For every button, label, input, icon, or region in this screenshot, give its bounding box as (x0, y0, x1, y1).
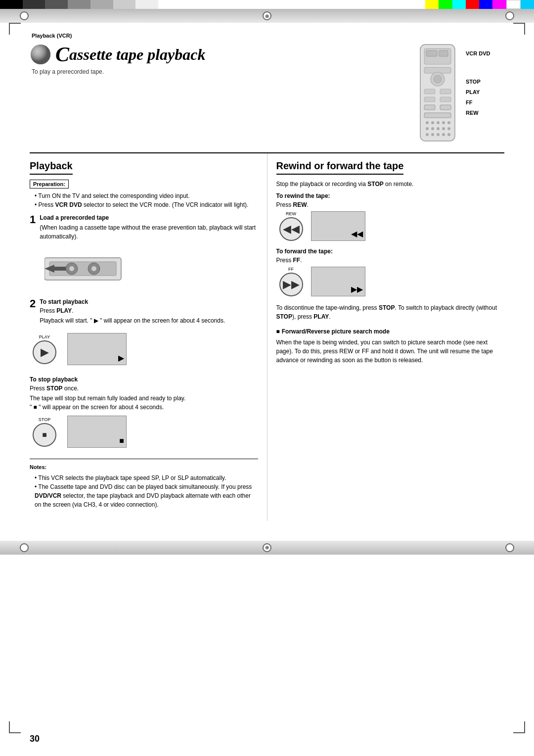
svg-point-27 (431, 133, 434, 136)
svg-point-16 (426, 121, 429, 124)
step1-desc: (When loading a cassette tape without th… (40, 223, 258, 241)
stop-icon-row: STOP ■ ■ (30, 416, 258, 448)
compass-center-bottom: ⊕ (263, 543, 271, 552)
play-screen-symbol: ▶ (118, 353, 124, 363)
svg-point-28 (437, 133, 440, 136)
rewind-heading: Rewind or forward the tape (276, 160, 404, 175)
forward-reverse-desc: When the tape is being winded, you can s… (276, 338, 505, 365)
color-light (68, 0, 90, 9)
prep-item-1: Turn ON the TV and select the correspond… (35, 191, 258, 200)
color-dark (23, 0, 45, 9)
playback-column: Playback Preparation: Turn ON the TV and… (30, 153, 267, 521)
color-black (0, 0, 23, 9)
discontinue-text: To discontinue the tape-winding, press S… (276, 303, 505, 321)
forward-reverse-title: Forward/Reverse picture search mode (276, 328, 505, 335)
notes-block: Notes: This VCR selects the playback tap… (30, 459, 258, 509)
play-screen-box: ▶ (67, 333, 127, 365)
title-c: C (55, 44, 69, 65)
grayscale-bar (0, 0, 158, 9)
rewind-press: Press REW. (276, 201, 505, 208)
color-white2 (506, 0, 521, 9)
compass-left-top (20, 11, 29, 20)
step1-content: Load a prerecorded tape (When loading a … (40, 214, 258, 245)
svg-rect-15 (424, 113, 451, 118)
page-content: Playback (VCR) (0, 23, 534, 541)
step2-number: 2 (30, 298, 36, 309)
label-stop: STOP (466, 77, 490, 87)
stop-screen-symbol: ■ (119, 436, 124, 445)
ff-arrow-icon: ▶▶ (283, 278, 300, 291)
svg-point-26 (426, 133, 429, 136)
play-button-icon: PLAY ▶ (30, 334, 59, 364)
title-rest: assette tape playback (69, 46, 205, 64)
svg-rect-9 (424, 89, 435, 94)
color-magenta (492, 0, 506, 9)
playback-heading: Playback (30, 160, 73, 175)
label-vcr-dvd: VCR DVD (466, 48, 490, 59)
tape-illustration (44, 248, 258, 286)
svg-rect-14 (440, 105, 451, 110)
label-rew: REW (466, 108, 490, 118)
svg-point-18 (437, 121, 440, 124)
step2-title: To start playback (40, 298, 258, 305)
step1-block: 1 Load a prerecorded tape (When loading … (30, 214, 258, 291)
step2-press: Press PLAY. (40, 307, 258, 314)
svg-point-24 (442, 127, 445, 130)
color-green (439, 0, 452, 9)
page-title: Cassette tape playback (30, 44, 405, 65)
play-triangle-icon: ▶ (41, 346, 49, 359)
stop-label: STOP (39, 417, 50, 422)
color-red (466, 0, 479, 9)
rewind-intro: Stop the playback or recording via STOP … (276, 180, 505, 189)
stop-square-icon: ■ (42, 430, 47, 439)
svg-point-19 (442, 121, 445, 124)
title-area: Cassette tape playback To play a prereco… (30, 44, 405, 75)
rew-arrow-icon: ◀◀ (283, 223, 300, 236)
rew-button-icon: REW ◀◀ (276, 211, 306, 241)
ff-screen-symbol: ▶▶ (351, 284, 363, 294)
step2-button: PLAY (56, 307, 72, 314)
svg-point-38 (91, 266, 96, 271)
color-white (135, 0, 158, 9)
compass-right-bottom (505, 543, 514, 552)
svg-point-25 (447, 127, 450, 130)
note-item-1: This VCR selects the playback tape speed… (35, 473, 258, 482)
rew-label: REW (286, 211, 296, 216)
svg-rect-4 (426, 50, 437, 56)
stop-button: STOP (46, 385, 62, 392)
corner-bracket-tl (9, 23, 21, 35)
page-number: 30 (30, 734, 40, 744)
color-med (45, 0, 68, 9)
step2-content: To start playback Press PLAY. Playback w… (40, 298, 258, 329)
remote-svg (415, 44, 460, 142)
label-ff: FF (466, 97, 490, 108)
svg-point-22 (431, 127, 434, 130)
stop-desc: The tape will stop but remain fully load… (30, 394, 258, 412)
ff-button-icon: FF ▶▶ (276, 267, 306, 296)
preparation-block: Preparation: Turn ON the TV and select t… (30, 180, 258, 209)
stop-button-icon: STOP ■ (30, 417, 59, 447)
rew-circle: ◀◀ (279, 217, 303, 241)
color-lightest (113, 0, 136, 9)
color-cyan (452, 0, 466, 9)
notes-list: This VCR selects the playback tape speed… (30, 473, 258, 509)
step1-number: 1 (30, 214, 36, 225)
play-circle: ▶ (33, 340, 56, 364)
step2-icon-row: PLAY ▶ ▶ (30, 333, 258, 365)
preparation-list: Turn ON the TV and select the correspond… (30, 191, 258, 209)
corner-bracket-bl (9, 721, 21, 733)
prep-item-2: Press VCR DVD selector to select the VCR… (35, 200, 258, 209)
stop-title: To stop playback (30, 376, 258, 383)
step2-desc: Playback will start. " ▶ " will appear o… (40, 316, 258, 325)
rew-button-label: REW (293, 201, 307, 208)
rew-screen-symbol: ◀◀ (351, 229, 363, 238)
ff-label: FF (288, 267, 294, 272)
svg-point-29 (442, 133, 445, 136)
color-blue (479, 0, 492, 9)
globe-icon (30, 44, 51, 65)
stop-screen-box: ■ (67, 416, 127, 448)
stop-press: Press STOP once. (30, 385, 258, 392)
remote-labels: VCR DVD STOP PLAY FF REW (460, 44, 490, 118)
stop-block: To stop playback Press STOP once. The ta… (30, 376, 258, 452)
rewind-subsection: To rewind the tape: Press REW. REW ◀◀ ◀◀ (276, 192, 505, 241)
